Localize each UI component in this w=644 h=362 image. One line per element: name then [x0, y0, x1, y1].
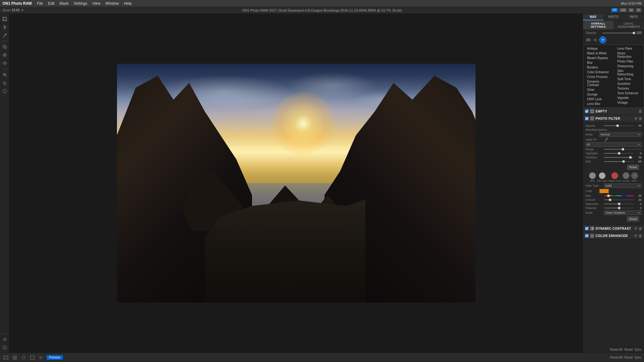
skin-slider[interactable] [604, 161, 634, 162]
preset-warm-cool[interactable] [611, 172, 618, 179]
photo-filter-checkbox[interactable] [585, 117, 589, 120]
highlights-slider[interactable] [604, 153, 634, 154]
filter-borders[interactable]: Borders [583, 65, 613, 70]
view-fp[interactable]: FP [611, 8, 618, 12]
view-25[interactable]: 25 [636, 8, 641, 12]
filter-sharpening[interactable]: Sharpening [613, 64, 644, 69]
filter-lens-blur[interactable]: Lens Blur [583, 101, 613, 106]
circle-btn[interactable] [20, 354, 27, 361]
menu-view[interactable]: View [92, 1, 100, 6]
arrow-btn[interactable] [38, 354, 45, 361]
polarizer-slider[interactable] [604, 208, 634, 208]
layers-icon[interactable] [586, 37, 591, 43]
saturation-slider[interactable] [604, 204, 634, 204]
tool-help[interactable]: ? [1, 344, 8, 351]
reset-btn[interactable]: Reset [625, 348, 633, 351]
canvas-area[interactable] [9, 14, 583, 353]
tool-select[interactable] [1, 23, 8, 31]
preview-button[interactable]: Preview [47, 355, 63, 360]
filter-antique[interactable]: Antique [583, 46, 613, 51]
menu-help[interactable]: Help [124, 1, 132, 6]
dynamic-contrast-settings[interactable]: ⚙ [634, 227, 637, 231]
filter-noise-reduction[interactable]: Noise Reduction [613, 51, 644, 59]
reset-bottom[interactable]: Reset [625, 356, 633, 359]
filter-textures[interactable]: Textures [613, 86, 644, 91]
preset-bw[interactable] [589, 172, 596, 179]
eye-toggle-icon[interactable] [592, 37, 598, 43]
menu-mask[interactable]: Mask [59, 1, 69, 6]
filter-vintage[interactable]: Vintage [613, 100, 644, 105]
menu-window[interactable]: Window [105, 1, 119, 6]
photo-filter-opacity-slider[interactable] [604, 125, 634, 126]
tab-local-adjustments[interactable]: LOCAL ADJUSTMENTS [613, 21, 644, 30]
filter-dynamic-contrast[interactable]: Dynamic Contrast [583, 79, 613, 87]
add-filter-button[interactable]: + [599, 36, 606, 43]
brush-icon[interactable] [604, 138, 608, 141]
photo-filter-settings[interactable]: ⚙ [634, 117, 637, 121]
tool-eye[interactable] [1, 59, 8, 67]
tool-hand[interactable] [1, 79, 8, 87]
filter-bleach-bypass[interactable]: Bleach Bypass [583, 56, 613, 60]
preset-nd-grad[interactable] [599, 172, 606, 179]
photo-filter-reset[interactable]: Reset [627, 165, 639, 170]
filter-photo-filter[interactable]: Photo Filter [613, 59, 644, 64]
tab-nav[interactable]: NAV [583, 14, 603, 20]
apply-to-select[interactable]: All ▼ [586, 142, 641, 147]
tab-info[interactable]: INFO [624, 14, 644, 20]
tab-overall-settings[interactable]: OVERALL SETTINGS [583, 21, 613, 30]
tool-retouch[interactable] [1, 51, 8, 59]
filter-bw[interactable]: Black & White [583, 51, 613, 56]
mode-select[interactable]: Normal ▼ [599, 132, 641, 137]
tool-settings[interactable] [1, 336, 8, 343]
view-50[interactable]: 50 [628, 8, 634, 12]
blending-options-label[interactable]: Blending Options [586, 128, 607, 131]
filter-split-tone[interactable]: Split Tone [613, 77, 644, 81]
empty-layer-delete[interactable]: 🗑 [639, 109, 642, 113]
sync-btn[interactable]: Sync [635, 348, 641, 351]
filter-mode-select[interactable]: Clean Shadows ▼ [604, 211, 641, 215]
color-enhancer-checkbox[interactable] [585, 234, 589, 238]
preset-center[interactable] [623, 172, 630, 179]
tool-info[interactable]: i [1, 87, 8, 95]
filmstrip-toggle[interactable] [3, 354, 9, 361]
dynamic-contrast-checkbox[interactable] [585, 227, 589, 230]
reset-all-btn[interactable]: Reset All [610, 348, 622, 351]
square-btn[interactable] [29, 354, 36, 361]
preset-more[interactable]: ··· [631, 172, 638, 179]
amount-slider[interactable] [604, 200, 634, 200]
menu-edit[interactable]: Edit [48, 1, 55, 6]
filter-reset-btn[interactable]: Reset [627, 217, 639, 222]
color-enhancer-settings[interactable]: ⚙ [634, 234, 637, 238]
grid-view[interactable] [11, 354, 18, 361]
filter-lens-flare[interactable]: Lens Flare [613, 46, 644, 51]
filter-sunshine[interactable]: Sunshine [613, 81, 644, 86]
shadows-slider[interactable] [604, 157, 634, 158]
tool-zoom[interactable] [1, 71, 8, 79]
tab-histo[interactable]: HISTO [603, 14, 624, 20]
filter-glow[interactable]: Glow [583, 87, 613, 92]
filter-blur[interactable]: Blur [583, 60, 613, 65]
dynamic-contrast-delete[interactable]: 🗑 [639, 227, 642, 230]
menu-file[interactable]: File [37, 1, 43, 6]
filter-cross-process[interactable]: Cross Process [583, 74, 613, 79]
color-enhancer-delete[interactable]: 🗑 [639, 234, 642, 238]
opacity-slider[interactable] [602, 33, 634, 33]
empty-layer-checkbox[interactable] [585, 109, 589, 113]
photo-filter-delete[interactable]: 🗑 [639, 117, 642, 120]
filter-color-enhancer[interactable]: Color Enhancer [583, 70, 613, 74]
menu-settings[interactable]: Settings [74, 1, 87, 6]
reset-all-bottom[interactable]: Reset All [610, 356, 622, 359]
color-swatch[interactable] [599, 189, 609, 193]
filter-skin-retouching[interactable]: Skin Retouching [613, 69, 644, 77]
tool-clone[interactable] [1, 43, 8, 51]
filter-vignette[interactable]: Vignette [613, 96, 644, 100]
tool-brush[interactable] [1, 31, 8, 39]
filter-hdr-look[interactable]: HDR Look [583, 97, 613, 101]
tool-crop[interactable] [1, 15, 8, 23]
hue-slider[interactable] [604, 195, 634, 196]
filter-grunge[interactable]: Grunge [583, 92, 613, 97]
range-slider[interactable] [604, 149, 641, 150]
filter-type-select[interactable]: Solid ▼ [604, 184, 641, 188]
filter-tone-enhancer[interactable]: Tone Enhancer [613, 91, 644, 96]
view-100[interactable]: 100 [619, 8, 627, 12]
